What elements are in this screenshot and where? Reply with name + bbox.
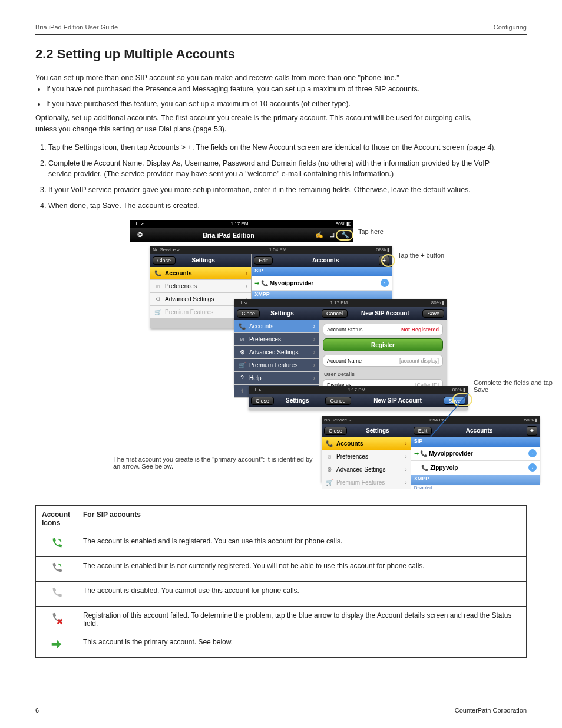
account-row[interactable]: 📞 Zippyvoip›	[411, 461, 540, 475]
sidebar-item-premium[interactable]: 🛒Premium Features›	[234, 359, 319, 372]
sidebar-item-help[interactable]: ?Help›	[234, 372, 319, 385]
ipad-top-bar: ..ıl ⧜ 1:17 PM 80% ▮▯ ❂ Bria iPad Editio…	[130, 220, 353, 242]
cancel-button[interactable]: Cancel	[322, 309, 348, 318]
detail-icon[interactable]: ›	[381, 279, 389, 287]
doc-title: Bria iPad Edition User Guide	[35, 24, 118, 31]
sketch-icon[interactable]: ✍	[315, 230, 324, 240]
intro-paragraph: You can set up more than one SIP account…	[35, 73, 495, 135]
edit-button[interactable]: Edit	[254, 256, 273, 265]
gear-icon: ❂	[135, 230, 144, 240]
page-footer: 6 CounterPath Corporation	[35, 703, 527, 714]
screenshots-composite: ..ıl ⧜ 1:17 PM 80% ▮▯ ❂ Bria iPad Editio…	[35, 220, 527, 491]
account-row-myvoipprovider[interactable]: ➡ 📞 Myvoipprovider›	[252, 276, 392, 291]
sidebar-item-preferences[interactable]: ⎚Preferences›	[322, 450, 411, 463]
sidebar-item-preferences[interactable]: ⎚Preferences›	[150, 280, 251, 293]
icon-failed	[36, 606, 77, 633]
close-button[interactable]: Close	[153, 256, 176, 265]
save-button[interactable]: Save	[444, 397, 465, 405]
section-title: 2.2 Setting up Multiple Accounts	[35, 47, 527, 62]
sidebar-item-advanced[interactable]: ⚙Advanced Settings›	[234, 346, 319, 359]
sidebar-item-preferences[interactable]: ⎚Preferences›	[234, 333, 319, 346]
sidebar-item-premium[interactable]: 🛒Premium Features›	[322, 476, 411, 489]
add-button[interactable]: +	[379, 256, 389, 265]
register-button[interactable]: Register	[323, 338, 443, 351]
panel-new-sip: ..ıl ⧜1:17 PM80% ▮ CloseSettings 📞Accoun…	[234, 299, 447, 387]
account-icons-table: Account IconsFor SIP accounts The accoun…	[35, 505, 527, 658]
sidebar-item-advanced[interactable]: ⚙Advanced Settings›	[322, 463, 411, 476]
account-row[interactable]: ➡ 📞 Myvoipprovider›	[411, 447, 540, 461]
close-button[interactable]: Close	[237, 309, 260, 318]
sidebar-item-accounts[interactable]: 📞Accounts›	[234, 320, 319, 333]
close-button[interactable]: Close	[251, 397, 274, 405]
steps-list: Tap the Settings icon, then tap Accounts…	[38, 142, 497, 212]
sidebar-item-accounts[interactable]: 📞Accounts›	[322, 437, 411, 450]
cancel-button[interactable]: Cancel	[325, 397, 351, 405]
wrench-icon[interactable]: 🔧	[340, 230, 350, 240]
icon-registered	[36, 532, 77, 556]
keypad-icon[interactable]: ⊞	[328, 230, 337, 240]
wifi-icon: ⧜	[141, 221, 143, 226]
app-title: Bria iPad Edition	[144, 232, 313, 239]
icon-disabled	[36, 581, 77, 606]
icon-primary-arrow	[36, 633, 77, 657]
close-button[interactable]: Close	[324, 427, 347, 435]
edit-button[interactable]: Edit	[414, 427, 432, 435]
panel-two-accounts: No Service ⧜1:54 PM58% ▮ CloseSettings 📞…	[322, 416, 540, 482]
add-button[interactable]: +	[527, 426, 537, 436]
sidebar-item-accounts[interactable]: 📞Accounts›	[150, 267, 251, 280]
doc-subtitle: Configuring	[494, 24, 527, 31]
save-button[interactable]: Save	[422, 309, 444, 318]
icon-enabled-not-registered	[36, 556, 77, 581]
panel-save-bar: ..ıl ⧜1:17 PM80% ▮ CloseSettings CancelN…	[249, 386, 468, 410]
